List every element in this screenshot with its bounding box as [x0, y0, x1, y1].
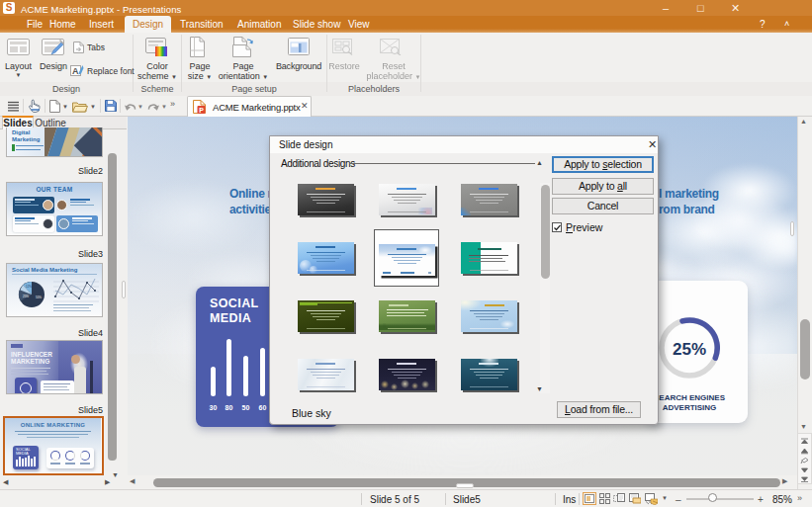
svg-text:12%: 12% [26, 285, 32, 289]
svg-text:P: P [199, 107, 204, 114]
svg-text:A: A [72, 66, 79, 76]
svg-text:25%: 25% [23, 295, 29, 298]
svg-text:55%: 55% [36, 296, 42, 299]
